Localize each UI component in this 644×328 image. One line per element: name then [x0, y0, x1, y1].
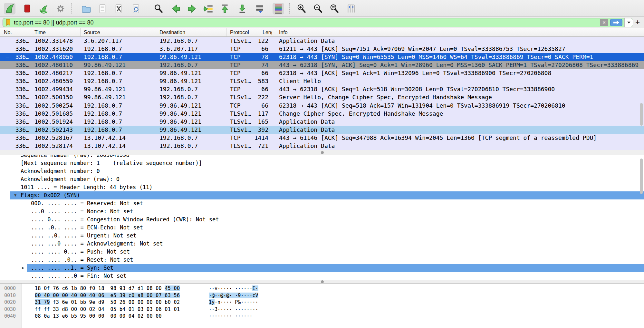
- cell-dst: 99.86.49.121: [152, 101, 226, 110]
- hex-bytes[interactable]: 00 40 00 00 40 00 40 06 e5 39 c0 a8 00 0…: [35, 292, 180, 299]
- column-header-protocol[interactable]: Protocol: [226, 28, 254, 36]
- detail-line[interactable]: [Next sequence number: 1 (relative seque…: [0, 159, 644, 167]
- column-header-info[interactable]: Info: [272, 28, 644, 36]
- detail-line[interactable]: .... ...0 .... = Acknowledgment: Not set: [0, 240, 644, 248]
- hex-bytes[interactable]: 08 0a 13 e6 b5 95 00 00 00 00 04 02 00 0…: [35, 313, 162, 320]
- stop-capture-icon[interactable]: [21, 3, 33, 14]
- close-capture-file-icon[interactable]: [113, 3, 124, 14]
- save-capture-file-icon[interactable]: [97, 3, 108, 14]
- open-capture-file-icon[interactable]: [81, 3, 92, 14]
- cell-len: 1414: [254, 134, 272, 142]
- go-first-packet-icon[interactable]: [219, 3, 231, 14]
- capture-options-icon[interactable]: [55, 3, 66, 14]
- packet-row[interactable]: 336…1002.502143192.168.0.799.86.49.121TL…: [0, 126, 644, 134]
- reload-capture-file-icon[interactable]: [130, 3, 142, 14]
- cell-len: 122: [254, 37, 272, 45]
- cell-dst: 99.86.49.121: [152, 126, 226, 134]
- hex-ascii[interactable]: ··v····· ······E·: [209, 285, 258, 292]
- column-header-source[interactable]: Source: [81, 28, 152, 36]
- restart-capture-icon[interactable]: [38, 3, 50, 14]
- detail-line[interactable]: 1011 .... = Header Length: 44 bytes (11): [0, 183, 644, 191]
- detail-line[interactable]: Acknowledgment number (raw): 0: [0, 175, 644, 183]
- filter-clear-icon[interactable]: ✕: [600, 19, 608, 26]
- detail-line[interactable]: Sequence number (raw): 2005041998: [0, 155, 644, 159]
- packet-row[interactable]: 336…1002.52816713.107.42.14192.168.0.7TC…: [0, 134, 644, 142]
- cell-src: 192.168.0.7: [81, 53, 152, 61]
- detail-line[interactable]: 000. .... .... = Reserved: Not set: [0, 199, 644, 207]
- packet-row[interactable]: 336…1002.50015099.86.49.121192.168.0.7TL…: [0, 93, 644, 101]
- find-packet-icon[interactable]: [153, 3, 164, 14]
- detail-line[interactable]: ...0 .... .... = Nonce: Not set: [0, 207, 644, 216]
- detail-line[interactable]: .... .... .0.. = Reset: Not set: [0, 256, 644, 264]
- display-filter-input[interactable]: tcp.port == 80 || udp.port == 80 ✕: [3, 18, 633, 27]
- auto-scroll-icon[interactable]: [254, 3, 265, 14]
- cell-time: 1002.528174: [32, 142, 81, 150]
- column-header-time[interactable]: Time: [32, 28, 81, 36]
- cell-src: 192.168.0.7: [81, 69, 152, 77]
- detail-line[interactable]: .... .0.. .... = ECN-Echo: Not set: [0, 224, 644, 232]
- detail-line[interactable]: Acknowledgment number: 0: [0, 167, 644, 175]
- expander-open-icon[interactable]: ▼: [14, 191, 16, 199]
- column-header-destination[interactable]: Destination: [152, 28, 226, 36]
- cell-src: 192.168.0.7: [81, 77, 152, 85]
- splitter-handle-icon[interactable]: [321, 151, 324, 154]
- hex-ascii[interactable]: ········ ······: [209, 313, 252, 320]
- hex-row[interactable]: 004008 0a 13 e6 b5 95 00 00 00 00 04 02 …: [0, 313, 644, 320]
- zoom-reset-icon[interactable]: [329, 3, 340, 14]
- go-previous-packet-icon[interactable]: [170, 3, 182, 14]
- filter-dropdown-caret[interactable]: [624, 18, 633, 27]
- column-header-no[interactable]: No.: [0, 28, 32, 36]
- detail-line[interactable]: .... ..0. .... = Urgent: Not set: [0, 232, 644, 240]
- detail-line[interactable]: .... 0... .... = Congestion Window Reduc…: [0, 216, 644, 224]
- splitter-handle-icon[interactable]: [321, 280, 324, 283]
- packet-row[interactable]: 336…1002.500254192.168.0.799.86.49.121TC…: [0, 101, 644, 110]
- detail-line[interactable]: .... .... ...0 = Fin: Not set: [0, 272, 644, 280]
- packet-row[interactable]: 336…1002.501685192.168.0.799.86.49.121TL…: [0, 110, 644, 118]
- expander-closed-icon[interactable]: ▶: [22, 264, 24, 272]
- cell-info: 61211 → 443 [ACK] Seq=7151 Ack=97069 Win…: [272, 45, 644, 53]
- bookmark-icon[interactable]: [3, 18, 14, 27]
- packet-row[interactable]: 336…1002.331620192.168.0.73.6.207.117TCP…: [0, 45, 644, 53]
- packet-list-scrollbar-thumb[interactable]: [640, 103, 643, 126]
- hex-row[interactable]: 001000 40 00 00 40 00 40 06 e5 39 c0 a8 …: [0, 292, 644, 299]
- cell-no: 336…: [0, 85, 32, 93]
- packet-row[interactable]: 336…1002.48011099.86.49.121192.168.0.7TC…: [0, 61, 644, 69]
- packet-row[interactable]: 336…1002.501924192.168.0.799.86.49.121TL…: [0, 118, 644, 126]
- pane-splitter[interactable]: [0, 280, 644, 284]
- detail-line[interactable]: .... .... 0... = Push: Not set: [0, 248, 644, 256]
- start-capture-icon[interactable]: [4, 3, 15, 14]
- hex-ascii[interactable]: ··3····· ········: [209, 306, 258, 313]
- go-next-packet-icon[interactable]: [186, 3, 198, 14]
- detail-line[interactable]: ▼Flags: 0x002 (SYN): [0, 191, 644, 199]
- filter-apply-icon[interactable]: [610, 19, 622, 26]
- hex-bytes[interactable]: 31 79 f3 6e 01 bb 9e d9 50 26 00 00 00 0…: [35, 299, 180, 306]
- packet-row[interactable]: 336…1002.52817413.107.42.14192.168.0.7TL…: [0, 142, 644, 150]
- zoom-out-icon[interactable]: [312, 3, 324, 14]
- filter-expression-text[interactable]: tcp.port == 80 || udp.port == 80: [14, 19, 600, 26]
- hex-bytes[interactable]: ff ff 33 d8 00 00 02 04 05 b4 01 03 03 0…: [35, 306, 180, 313]
- zoom-in-icon[interactable]: [296, 3, 307, 14]
- packet-row[interactable]: 336…1002.480217192.168.0.799.86.49.121TC…: [0, 69, 644, 77]
- column-header-length[interactable]: Length: [254, 28, 272, 36]
- packet-row[interactable]: 336…1002.480559192.168.0.799.86.49.121TL…: [0, 77, 644, 85]
- hex-bytes[interactable]: 18 0f 76 c6 1b 80 f0 18 98 93 d7 d1 08 0…: [35, 285, 180, 292]
- colorize-packets-icon[interactable]: [273, 3, 284, 14]
- hex-row[interactable]: 002031 79 f3 6e 01 bb 9e d9 50 26 00 00 …: [0, 299, 644, 306]
- hex-ascii[interactable]: ·@··@·@· ·9····cV: [209, 292, 258, 299]
- packet-row[interactable]: 336…1002.448050192.168.0.799.86.49.121TC…: [0, 53, 644, 61]
- hex-ascii[interactable]: 1y·n···· P&······: [209, 299, 258, 306]
- go-last-packet-icon[interactable]: [236, 3, 248, 14]
- hex-row[interactable]: 000018 0f 76 c6 1b 80 f0 18 98 93 d7 d1 …: [0, 285, 644, 292]
- go-to-packet-icon[interactable]: [203, 3, 215, 14]
- details-scrollbar-thumb[interactable]: [640, 159, 643, 194]
- filter-bar: tcp.port == 80 || udp.port == 80 ✕ +: [0, 17, 644, 28]
- packet-row[interactable]: 336…1002.3314783.6.207.117192.168.0.7TLS…: [0, 37, 644, 45]
- cell-dst: 99.86.49.121: [152, 110, 226, 118]
- detail-line[interactable]: ▶.... .... ..1. = Syn: Set: [0, 264, 644, 272]
- cell-src: 99.86.49.121: [81, 61, 152, 69]
- hex-row[interactable]: 0030ff ff 33 d8 00 00 02 04 05 b4 01 03 …: [0, 306, 644, 313]
- resize-columns-icon[interactable]: [345, 3, 357, 14]
- add-filter-button[interactable]: +: [634, 17, 641, 27]
- pane-splitter[interactable]: [0, 150, 644, 155]
- packet-row[interactable]: 336…1002.49943499.86.49.121192.168.0.7TC…: [0, 85, 644, 93]
